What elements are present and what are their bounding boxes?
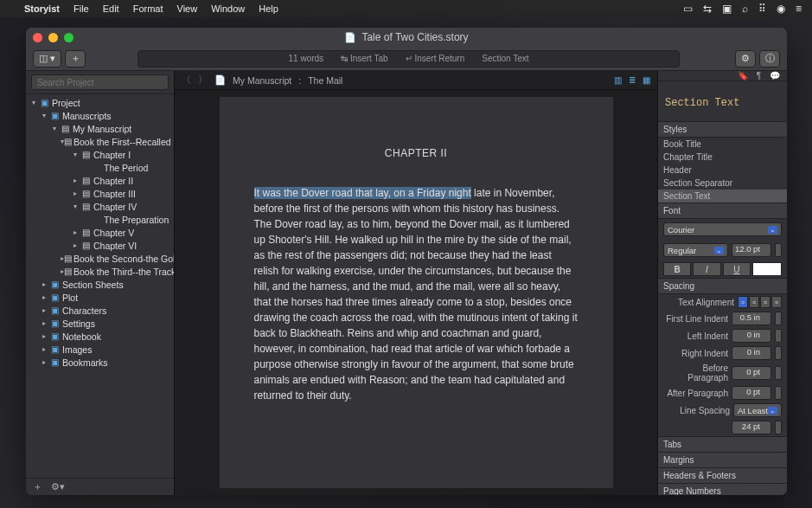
minimize-button[interactable] [48, 33, 58, 42]
right-indent-field[interactable]: 0 in [732, 346, 771, 360]
line-spacing-stepper[interactable] [775, 421, 782, 434]
wifi-icon[interactable]: ⇆ [703, 3, 712, 15]
font-header[interactable]: Font [658, 203, 787, 219]
line-spacing-mode-select[interactable]: At Least⌄ [733, 403, 782, 417]
window-menu[interactable]: Window [211, 3, 245, 14]
style-header[interactable]: Header [658, 164, 787, 177]
after-paragraph-stepper[interactable] [775, 386, 782, 400]
tree-row[interactable]: ▸▣Bookmarks [26, 356, 174, 369]
app-menu[interactable]: Storyist [24, 3, 60, 14]
align-right-button[interactable]: ≡ [760, 296, 770, 308]
tree-row[interactable]: ▸▣Section Sheets [26, 278, 174, 291]
project-tree[interactable]: ▾▣Project▾▣Manuscripts▾▤My Manuscript▾▤B… [26, 94, 174, 478]
tree-row[interactable]: ▸▤Chapter II [26, 174, 174, 187]
info-button[interactable]: ⓘ [759, 50, 780, 68]
nav-back-button[interactable]: 〈 [182, 74, 191, 87]
add-button[interactable]: ＋ [65, 50, 86, 68]
disclosure-triangle-icon[interactable]: ▾ [71, 203, 80, 210]
gear-icon[interactable]: ⚙▾ [51, 481, 65, 492]
close-button[interactable] [33, 33, 42, 42]
style-chapter-title[interactable]: Chapter Title [658, 151, 787, 164]
bold-button[interactable]: B [663, 262, 691, 276]
tree-row[interactable]: ▾▤Book the First--Recalled to Life [26, 135, 174, 148]
disclosure-triangle-icon[interactable]: ▸ [71, 241, 80, 249]
chapter-heading[interactable]: CHAPTER II [254, 145, 579, 161]
sidebar-toggle[interactable]: ◫ ▾ [33, 50, 61, 68]
page-numbers-section-header[interactable]: Page Numbers [658, 483, 787, 495]
tree-row[interactable]: ▸▣Plot [26, 291, 174, 304]
tree-row[interactable]: ▸▤Chapter V [26, 226, 174, 239]
tree-row[interactable]: ▾▣Project [26, 96, 174, 109]
line-spacing-value-field[interactable]: 24 pt [732, 421, 771, 434]
disclosure-triangle-icon[interactable]: ▸ [71, 190, 80, 197]
disclosure-triangle-icon[interactable]: ▸ [40, 280, 48, 288]
align-justify-button[interactable]: ≡ [771, 296, 782, 308]
insp-tab-text-icon[interactable]: ¶ [757, 71, 761, 80]
tree-row[interactable]: ▸▤Book the Third--the Track of a Storm [26, 265, 174, 278]
font-size-stepper[interactable] [775, 243, 782, 257]
left-indent-field[interactable]: 0 in [732, 329, 771, 343]
body-text-rest[interactable]: late in November, before the first of th… [254, 187, 578, 402]
first-line-indent-stepper[interactable] [775, 312, 782, 325]
tree-row[interactable]: The Preparation [26, 213, 174, 226]
tree-row[interactable]: ▾▣Manuscripts [26, 109, 174, 122]
tree-row[interactable]: ▸▤Book the Second-the Golden Thread [26, 252, 174, 265]
underline-button[interactable]: U [723, 262, 751, 276]
disclosure-triangle-icon[interactable]: ▸ [40, 293, 48, 301]
disclosure-triangle-icon[interactable]: ▸ [40, 319, 48, 327]
styles-header[interactable]: Styles [658, 121, 787, 138]
after-paragraph-field[interactable]: 0 pt [732, 386, 771, 400]
disclosure-triangle-icon[interactable]: ▸ [40, 358, 48, 366]
style-book-title[interactable]: Book Title [658, 138, 787, 151]
spotlight-icon[interactable]: ⌕ [742, 3, 748, 15]
view-cork-icon[interactable]: ▦ [643, 75, 650, 85]
tree-row[interactable]: The Period [26, 161, 174, 174]
spacing-header[interactable]: Spacing [658, 278, 787, 294]
text-color-swatch[interactable] [752, 262, 782, 276]
text-selection[interactable]: It was the Dover road that lay, on a Fri… [254, 187, 471, 199]
headers-footers-section-header[interactable]: Headers & Footers [658, 467, 787, 483]
style-section-text[interactable]: Section Text [658, 190, 787, 203]
align-center-button[interactable]: ≡ [749, 296, 759, 308]
settings-button[interactable]: ⚙ [735, 50, 756, 68]
tree-row[interactable]: ▾▤Chapter I [26, 148, 174, 161]
file-menu[interactable]: File [74, 3, 89, 14]
editor-scroll[interactable]: CHAPTER II It was the Dover road that la… [175, 90, 657, 495]
disclosure-triangle-icon[interactable]: ▾ [40, 112, 48, 119]
font-size-field[interactable]: 12.0 pt [732, 243, 771, 257]
font-weight-select[interactable]: Regular⌄ [663, 243, 728, 257]
path-crumb-1[interactable]: My Manuscript [233, 75, 291, 86]
font-family-select[interactable]: Courier⌄ [663, 222, 782, 236]
margins-section-header[interactable]: Margins [658, 452, 787, 467]
style-section-separator[interactable]: Section Separator [658, 177, 787, 190]
before-paragraph-field[interactable]: 0 pt [732, 366, 771, 380]
disclosure-triangle-icon[interactable]: ▾ [50, 125, 59, 132]
tree-row[interactable]: ▸▤Chapter III [26, 187, 174, 200]
edit-menu[interactable]: Edit [103, 3, 119, 14]
view-page-icon[interactable]: ▥ [614, 75, 622, 85]
right-indent-stepper[interactable] [775, 346, 782, 360]
alignment-buttons[interactable]: ≡ ≡ ≡ ≡ [738, 296, 782, 308]
tree-row[interactable]: ▸▣Notebook [26, 330, 174, 343]
disclosure-triangle-icon[interactable]: ▸ [71, 228, 80, 236]
path-crumb-2[interactable]: The Mail [308, 75, 342, 86]
tree-row[interactable]: ▾▤My Manuscript [26, 122, 174, 135]
first-line-indent-field[interactable]: 0.5 in [732, 312, 771, 325]
disclosure-triangle-icon[interactable]: ▸ [40, 345, 48, 353]
disclosure-triangle-icon[interactable]: ▾ [71, 151, 80, 158]
disclosure-triangle-icon[interactable]: ▸ [71, 177, 80, 184]
manuscript-page[interactable]: CHAPTER II It was the Dover road that la… [220, 97, 613, 488]
menu-extras-icon[interactable]: ≡ [796, 3, 802, 15]
tree-row[interactable]: ▸▣Images [26, 343, 174, 356]
view-menu[interactable]: View [177, 3, 198, 14]
disclosure-triangle-icon[interactable]: ▸ [40, 332, 48, 340]
before-paragraph-stepper[interactable] [775, 366, 782, 380]
add-item-button[interactable]: ＋ [33, 480, 42, 493]
control-center-icon[interactable]: ⠿ [758, 3, 766, 15]
insp-tab-comment-icon[interactable]: 💬 [770, 71, 780, 80]
airplay-icon[interactable]: ▭ [683, 3, 693, 15]
battery-icon[interactable]: ▣ [722, 3, 732, 15]
left-indent-stepper[interactable] [775, 329, 782, 343]
tree-row[interactable]: ▾▤Chapter IV [26, 200, 174, 213]
help-menu[interactable]: Help [259, 3, 278, 14]
